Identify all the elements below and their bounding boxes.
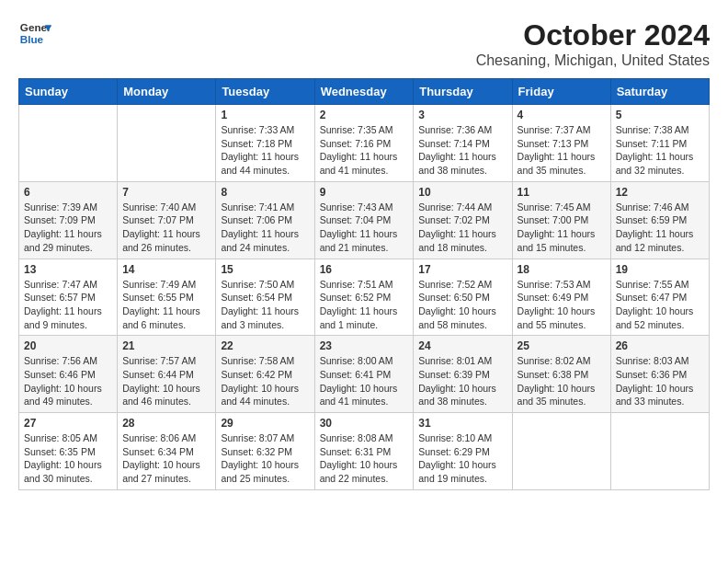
day-info: Sunrise: 8:05 AM Sunset: 6:35 PM Dayligh… [24, 431, 112, 486]
day-number: 7 [122, 186, 210, 199]
day-info: Sunrise: 8:10 AM Sunset: 6:29 PM Dayligh… [418, 431, 506, 486]
calendar-cell: 12Sunrise: 7:46 AM Sunset: 6:59 PM Dayli… [610, 181, 709, 259]
calendar-cell: 29Sunrise: 8:07 AM Sunset: 6:32 PM Dayli… [216, 413, 314, 490]
calendar-week-row: 27Sunrise: 8:05 AM Sunset: 6:35 PM Dayli… [19, 413, 710, 490]
calendar-cell: 9Sunrise: 7:43 AM Sunset: 7:04 PM Daylig… [314, 181, 414, 259]
calendar-cell: 23Sunrise: 8:00 AM Sunset: 6:41 PM Dayli… [314, 336, 414, 413]
day-number: 17 [418, 263, 506, 276]
calendar-cell: 22Sunrise: 7:58 AM Sunset: 6:42 PM Dayli… [216, 336, 314, 413]
day-number: 20 [24, 339, 112, 352]
day-info: Sunrise: 7:49 AM Sunset: 6:55 PM Dayligh… [122, 278, 210, 332]
calendar-cell: 27Sunrise: 8:05 AM Sunset: 6:35 PM Dayli… [19, 413, 118, 490]
calendar-cell: 8Sunrise: 7:41 AM Sunset: 7:06 PM Daylig… [216, 181, 314, 259]
day-info: Sunrise: 7:35 AM Sunset: 7:16 PM Dayligh… [320, 123, 409, 178]
day-number: 19 [616, 263, 704, 276]
calendar-cell: 4Sunrise: 7:37 AM Sunset: 7:13 PM Daylig… [512, 105, 610, 182]
day-info: Sunrise: 8:08 AM Sunset: 6:31 PM Dayligh… [320, 431, 409, 486]
day-number: 28 [122, 417, 210, 430]
day-info: Sunrise: 7:51 AM Sunset: 6:52 PM Dayligh… [320, 278, 409, 332]
calendar-cell: 11Sunrise: 7:45 AM Sunset: 7:00 PM Dayli… [512, 181, 610, 259]
calendar-cell: 6Sunrise: 7:39 AM Sunset: 7:09 PM Daylig… [19, 181, 118, 259]
day-number: 11 [518, 186, 606, 199]
logo: General Blue [18, 18, 51, 52]
day-info: Sunrise: 7:58 AM Sunset: 6:42 PM Dayligh… [221, 354, 309, 408]
day-number: 25 [518, 339, 606, 352]
page-subtitle: Chesaning, Michigan, United States [476, 52, 710, 69]
day-info: Sunrise: 8:06 AM Sunset: 6:34 PM Dayligh… [122, 431, 210, 486]
calendar-cell: 3Sunrise: 7:36 AM Sunset: 7:14 PM Daylig… [414, 105, 512, 182]
day-info: Sunrise: 7:50 AM Sunset: 6:54 PM Dayligh… [221, 278, 309, 332]
calendar-cell [512, 413, 610, 490]
day-info: Sunrise: 7:41 AM Sunset: 7:06 PM Dayligh… [221, 201, 309, 255]
day-info: Sunrise: 7:38 AM Sunset: 7:11 PM Dayligh… [616, 123, 704, 178]
day-info: Sunrise: 8:01 AM Sunset: 6:39 PM Dayligh… [418, 354, 506, 408]
day-info: Sunrise: 7:44 AM Sunset: 7:02 PM Dayligh… [418, 201, 506, 255]
calendar-cell: 28Sunrise: 8:06 AM Sunset: 6:34 PM Dayli… [118, 413, 216, 490]
day-number: 13 [24, 263, 112, 276]
calendar-cell: 15Sunrise: 7:50 AM Sunset: 6:54 PM Dayli… [216, 259, 314, 336]
day-number: 23 [320, 339, 409, 352]
day-info: Sunrise: 8:00 AM Sunset: 6:41 PM Dayligh… [320, 354, 409, 408]
day-number: 10 [418, 186, 506, 199]
col-header-friday: Friday [512, 79, 610, 105]
day-number: 5 [616, 109, 704, 121]
day-number: 1 [221, 109, 309, 121]
day-info: Sunrise: 8:03 AM Sunset: 6:36 PM Dayligh… [616, 354, 704, 408]
day-number: 27 [24, 417, 112, 430]
col-header-tuesday: Tuesday [216, 79, 314, 105]
col-header-wednesday: Wednesday [314, 79, 414, 105]
title-block: October 2024 Chesaning, Michigan, United… [476, 18, 710, 69]
svg-text:Blue: Blue [20, 33, 44, 45]
day-number: 21 [122, 339, 210, 352]
day-info: Sunrise: 7:57 AM Sunset: 6:44 PM Dayligh… [122, 354, 210, 408]
day-info: Sunrise: 8:02 AM Sunset: 6:38 PM Dayligh… [518, 354, 606, 408]
day-number: 8 [221, 186, 309, 199]
calendar-cell: 31Sunrise: 8:10 AM Sunset: 6:29 PM Dayli… [414, 413, 512, 490]
day-number: 31 [418, 417, 506, 430]
day-info: Sunrise: 7:37 AM Sunset: 7:13 PM Dayligh… [518, 123, 606, 178]
calendar-cell: 30Sunrise: 8:08 AM Sunset: 6:31 PM Dayli… [314, 413, 414, 490]
day-info: Sunrise: 7:45 AM Sunset: 7:00 PM Dayligh… [518, 201, 606, 255]
calendar-cell [118, 105, 216, 182]
day-number: 16 [320, 263, 409, 276]
day-info: Sunrise: 7:43 AM Sunset: 7:04 PM Dayligh… [320, 201, 409, 255]
day-info: Sunrise: 7:56 AM Sunset: 6:46 PM Dayligh… [24, 354, 112, 408]
calendar-cell: 14Sunrise: 7:49 AM Sunset: 6:55 PM Dayli… [118, 259, 216, 336]
day-info: Sunrise: 7:53 AM Sunset: 6:49 PM Dayligh… [518, 278, 606, 332]
calendar-cell: 26Sunrise: 8:03 AM Sunset: 6:36 PM Dayli… [610, 336, 709, 413]
day-number: 29 [221, 417, 309, 430]
page-header: General Blue October 2024 Chesaning, Mic… [18, 18, 710, 69]
day-number: 3 [418, 109, 506, 121]
calendar-cell: 2Sunrise: 7:35 AM Sunset: 7:16 PM Daylig… [314, 105, 414, 182]
day-number: 22 [221, 339, 309, 352]
day-info: Sunrise: 7:52 AM Sunset: 6:50 PM Dayligh… [418, 278, 506, 332]
calendar-table: SundayMondayTuesdayWednesdayThursdayFrid… [18, 78, 710, 490]
calendar-cell: 13Sunrise: 7:47 AM Sunset: 6:57 PM Dayli… [19, 259, 118, 336]
calendar-cell: 18Sunrise: 7:53 AM Sunset: 6:49 PM Dayli… [512, 259, 610, 336]
day-number: 14 [122, 263, 210, 276]
logo-icon: General Blue [18, 18, 51, 52]
calendar-cell: 1Sunrise: 7:33 AM Sunset: 7:18 PM Daylig… [216, 105, 314, 182]
calendar-week-row: 13Sunrise: 7:47 AM Sunset: 6:57 PM Dayli… [19, 259, 710, 336]
calendar-cell: 19Sunrise: 7:55 AM Sunset: 6:47 PM Dayli… [610, 259, 709, 336]
col-header-sunday: Sunday [19, 79, 118, 105]
day-info: Sunrise: 7:39 AM Sunset: 7:09 PM Dayligh… [24, 201, 112, 255]
col-header-thursday: Thursday [414, 79, 512, 105]
day-info: Sunrise: 7:47 AM Sunset: 6:57 PM Dayligh… [24, 278, 112, 332]
calendar-week-row: 1Sunrise: 7:33 AM Sunset: 7:18 PM Daylig… [19, 105, 710, 182]
day-number: 6 [24, 186, 112, 199]
day-info: Sunrise: 7:46 AM Sunset: 6:59 PM Dayligh… [616, 201, 704, 255]
day-number: 15 [221, 263, 309, 276]
calendar-cell: 16Sunrise: 7:51 AM Sunset: 6:52 PM Dayli… [314, 259, 414, 336]
day-number: 9 [320, 186, 409, 199]
calendar-cell: 7Sunrise: 7:40 AM Sunset: 7:07 PM Daylig… [118, 181, 216, 259]
day-info: Sunrise: 8:07 AM Sunset: 6:32 PM Dayligh… [221, 431, 309, 486]
day-info: Sunrise: 7:55 AM Sunset: 6:47 PM Dayligh… [616, 278, 704, 332]
day-number: 18 [518, 263, 606, 276]
col-header-monday: Monday [118, 79, 216, 105]
day-number: 30 [320, 417, 409, 430]
day-number: 24 [418, 339, 506, 352]
calendar-week-row: 20Sunrise: 7:56 AM Sunset: 6:46 PM Dayli… [19, 336, 710, 413]
calendar-cell: 21Sunrise: 7:57 AM Sunset: 6:44 PM Dayli… [118, 336, 216, 413]
calendar-cell [19, 105, 118, 182]
